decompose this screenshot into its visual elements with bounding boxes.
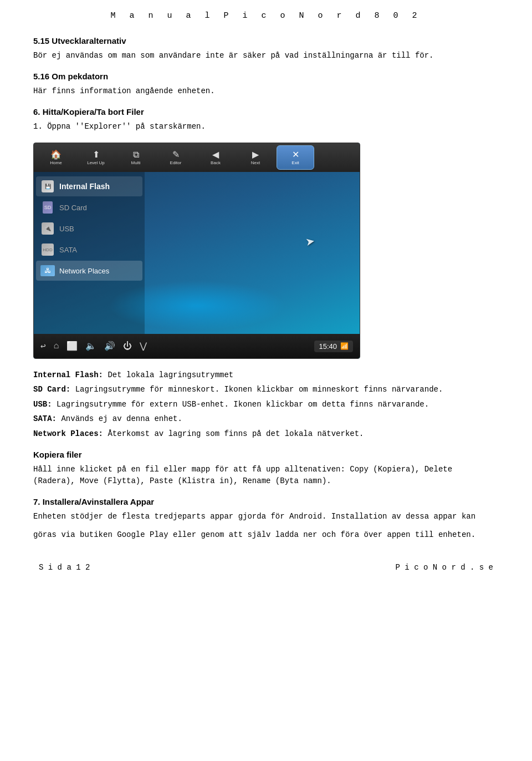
time-display: 15:40 📶	[314, 341, 353, 352]
desc-sata-text: Används ej av denna enhet.	[61, 414, 182, 423]
toolbar-btn-back[interactable]: ◀ Back	[197, 145, 234, 170]
toolbar-btn-levelup[interactable]: ⬆ Level Up	[77, 145, 115, 170]
desc-sd-card: SD Card: Lagringsutrymme för minneskort.…	[33, 383, 499, 395]
volume-down-icon[interactable]: 🔈	[85, 341, 96, 352]
editor-icon: ✎	[172, 150, 180, 159]
footer-brand: P i c o N o r d . s e	[396, 563, 493, 572]
toolbar-editor-label: Editor	[170, 160, 182, 165]
desc-internal-flash-text: Det lokala lagringsutrymmet	[108, 371, 233, 379]
desc-internal-flash-bold: Internal Flash:	[33, 371, 103, 379]
exit-icon: ✕	[292, 150, 299, 159]
section-6-step1: 1. Öppna ''Explorer'' på starskärmen.	[33, 121, 499, 133]
back-icon: ◀	[212, 150, 219, 159]
toolbar-levelup-label: Level Up	[87, 160, 105, 165]
sidebar-item-network-places[interactable]: 🖧 Network Places	[36, 261, 142, 281]
window-nav-icon[interactable]: ⬜	[66, 341, 78, 352]
desc-usb-text: Lagringsutrymme för extern USB-enhet. Ik…	[57, 400, 429, 409]
menu-down-icon[interactable]: ⋁	[140, 341, 147, 352]
multi-icon: ⧉	[133, 150, 139, 159]
desc-sd-card-text: Lagringsutrymme för minneskort. Ikonen k…	[75, 385, 443, 394]
desc-internal-flash: Internal Flash: Det lokala lagringsutrym…	[33, 369, 499, 381]
volume-up-icon[interactable]: 🔊	[104, 341, 115, 352]
sidebar-item-sata[interactable]: HDD SATA	[36, 240, 142, 260]
section-6-heading: 6. Hitta/Kopiera/Ta bort Filer	[33, 107, 499, 116]
power-icon[interactable]: ⏻	[123, 341, 132, 352]
section-515-heading: 5.15 Utvecklaralternativ	[33, 36, 499, 45]
network-places-label: Network Places	[59, 267, 109, 275]
kopiera-section: Kopiera filer Håll inne klicket på en fi…	[33, 450, 499, 487]
toolbar-btn-multi[interactable]: ⧉ Multi	[117, 145, 155, 170]
home-icon: 🏠	[50, 150, 62, 159]
section-515: 5.15 Utvecklaralternativ Bör ej användas…	[33, 36, 499, 62]
sata-label: SATA	[59, 246, 77, 254]
toolbar-btn-next[interactable]: ▶ Next	[237, 145, 274, 170]
page-title: M a n u a l P i c o N o r d 8 0 2	[33, 11, 499, 21]
section-7-body1: Enheten stödjer de flesta tredjeparts ap…	[33, 511, 499, 522]
explorer-screenshot: 🏠 Home ⬆ Level Up ⧉ Multi ✎ Editor ◀ Bac…	[33, 143, 360, 359]
bottom-icons: ↩ ⌂ ⬜ 🔈 🔊 ⏻ ⋁	[40, 341, 147, 352]
explorer-sidebar: 💾 Internal Flash SD SD Card 🔌 USB	[34, 172, 145, 334]
explorer-main: ➤	[145, 172, 360, 334]
toolbar-next-label: Next	[251, 160, 260, 165]
desc-sd-card-bold: SD Card:	[33, 385, 70, 394]
sata-icon: HDD	[40, 242, 55, 257]
wifi-icon: 📶	[340, 342, 349, 350]
section-516-body: Här finns information angående enheten.	[33, 85, 499, 97]
explorer-body: 💾 Internal Flash SD SD Card 🔌 USB	[34, 172, 360, 334]
cursor-arrow: ➤	[304, 232, 317, 252]
section-515-body: Bör ej användas om man som användare int…	[33, 50, 499, 62]
section-7-body2: göras via butiken Google Play eller geno…	[33, 529, 499, 541]
time-text: 15:40	[319, 342, 337, 351]
sidebar-item-internal-flash[interactable]: 💾 Internal Flash	[36, 176, 142, 196]
toolbar-back-label: Back	[211, 160, 221, 165]
section-516: 5.16 Om pekdatorn Här finns information …	[33, 72, 499, 97]
toolbar-btn-home[interactable]: 🏠 Home	[37, 145, 75, 170]
kopiera-heading: Kopiera filer	[33, 450, 499, 459]
desc-network-places-bold: Network Places:	[33, 429, 103, 438]
usb-label: USB	[59, 225, 74, 233]
levelup-icon: ⬆	[93, 150, 100, 159]
section-6: 6. Hitta/Kopiera/Ta bort Filer 1. Öppna …	[33, 107, 499, 133]
desc-sata-bold: SATA:	[33, 414, 57, 423]
toolbar-btn-exit[interactable]: ✕ Exit	[277, 145, 314, 170]
desc-network-places: Network Places: Återkomst av lagring som…	[33, 428, 499, 440]
desc-usb: USB: Lagringsutrymme för extern USB-enhe…	[33, 398, 499, 410]
toolbar-exit-label: Exit	[291, 160, 299, 165]
toolbar-btn-editor[interactable]: ✎ Editor	[157, 145, 195, 170]
explorer-bottombar: ↩ ⌂ ⬜ 🔈 🔊 ⏻ ⋁ 15:40 📶	[34, 334, 360, 358]
section-516-heading: 5.16 Om pekdatorn	[33, 72, 499, 81]
section-7-heading: 7. Installera/Avinstallera Appar	[33, 497, 499, 506]
internal-flash-icon: 💾	[40, 179, 55, 194]
explorer-descriptions: Internal Flash: Det lokala lagringsutrym…	[33, 369, 499, 440]
footer: S i d a 1 2 P i c o N o r d . s e	[33, 563, 499, 572]
sidebar-item-usb[interactable]: 🔌 USB	[36, 219, 142, 239]
sd-card-label: SD Card	[59, 204, 87, 212]
network-places-icon: 🖧	[40, 263, 55, 278]
internal-flash-label: Internal Flash	[59, 182, 110, 191]
toolbar-multi-label: Multi	[131, 160, 141, 165]
back-nav-icon[interactable]: ↩	[40, 341, 46, 352]
explorer-toolbar: 🏠 Home ⬆ Level Up ⧉ Multi ✎ Editor ◀ Bac…	[34, 143, 360, 172]
usb-icon: 🔌	[40, 221, 55, 236]
footer-page: S i d a 1 2	[39, 563, 90, 572]
sd-card-icon: SD	[40, 200, 55, 215]
kopiera-body: Håll inne klicket på en fil eller mapp f…	[33, 464, 499, 487]
desc-sata: SATA: Används ej av denna enhet.	[33, 413, 499, 425]
next-icon: ▶	[252, 150, 259, 159]
sidebar-item-sd-card[interactable]: SD SD Card	[36, 197, 142, 217]
desc-network-places-text: Återkomst av lagring som finns på det lo…	[108, 429, 364, 438]
desc-usb-bold: USB:	[33, 400, 52, 409]
home-nav-icon[interactable]: ⌂	[54, 341, 59, 351]
toolbar-home-label: Home	[50, 160, 62, 165]
section-7: 7. Installera/Avinstallera Appar Enheten…	[33, 497, 499, 541]
